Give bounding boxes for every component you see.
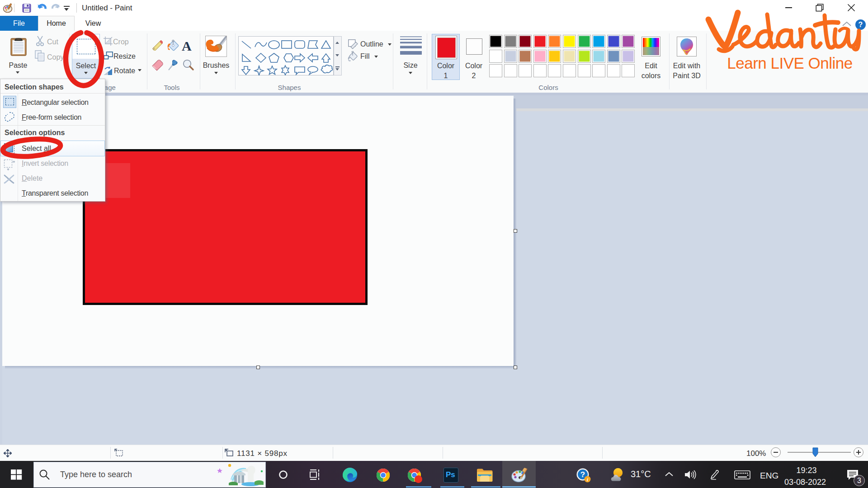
svg-text:Learn LIVE Online: Learn LIVE Online [727, 54, 853, 72]
svg-text:?: ? [580, 470, 585, 479]
